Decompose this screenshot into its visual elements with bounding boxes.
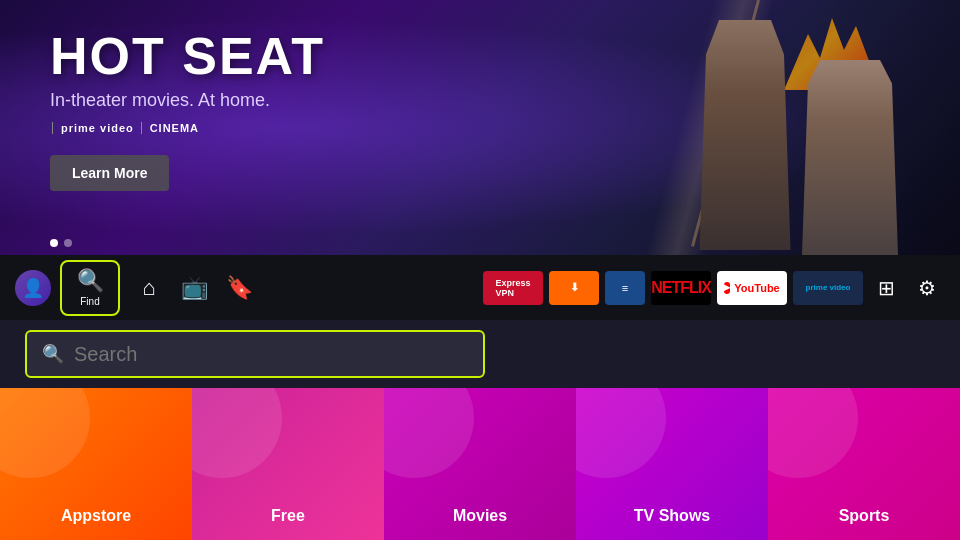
dot-1[interactable] [50, 239, 58, 247]
hero-title: HOT SEAT [50, 30, 325, 82]
find-icon: 🔍 [77, 268, 104, 294]
youtube-shortcut[interactable]: ▶ YouTube [717, 271, 787, 305]
search-bar: 🔍 [25, 330, 485, 378]
category-tvshows[interactable]: TV Shows [576, 388, 768, 540]
appstore-label: Appstore [61, 507, 131, 525]
find-label: Find [80, 296, 99, 307]
avatar[interactable]: 👤 [15, 270, 51, 306]
settings-button[interactable]: ⚙ [909, 270, 945, 306]
hero-subtitle: In-theater movies. At home. [50, 90, 325, 111]
grid-button[interactable]: ⊞ [868, 270, 904, 306]
app-blue-label: ≡ [622, 282, 628, 294]
prime-video-brand: prime video CINEMA [50, 119, 199, 135]
expressvpn-label: ExpressVPN [495, 278, 530, 298]
dot-2[interactable] [64, 239, 72, 247]
hero-content: HOT SEAT In-theater movies. At home. pri… [50, 30, 325, 191]
tv-button[interactable]: 📺 [174, 268, 214, 308]
avatar-icon: 👤 [22, 277, 44, 299]
sports-label: Sports [839, 507, 890, 525]
search-icon: 🔍 [42, 343, 64, 365]
carousel-dots [50, 239, 72, 247]
youtube-play-icon: ▶ [724, 282, 730, 294]
app-shortcuts: ExpressVPN ⬇ ≡ NETFLIX ▶ YouTube prime v… [483, 271, 863, 305]
netflix-shortcut[interactable]: NETFLIX [651, 271, 711, 305]
home-icon: ⌂ [142, 275, 155, 301]
prime-video-shortcut[interactable]: prime video [793, 271, 863, 305]
hero-banner: HOT SEAT In-theater movies. At home. pri… [0, 0, 960, 255]
expressvpn-shortcut[interactable]: ExpressVPN [483, 271, 543, 305]
youtube-label: YouTube [734, 282, 779, 294]
prime-video-label: prime video [806, 283, 851, 293]
bookmark-icon: 🔖 [226, 275, 253, 301]
category-free[interactable]: Free [192, 388, 384, 540]
netflix-label: NETFLIX [651, 279, 711, 297]
learn-more-button[interactable]: Learn More [50, 155, 169, 191]
category-sports[interactable]: Sports [768, 388, 960, 540]
character-2 [790, 60, 910, 255]
category-appstore[interactable]: Appstore [0, 388, 192, 540]
tvshows-label: TV Shows [634, 507, 710, 525]
category-movies[interactable]: Movies [384, 388, 576, 540]
downloader-shortcut[interactable]: ⬇ [549, 271, 599, 305]
find-button[interactable]: 🔍 Find [60, 260, 120, 316]
search-input[interactable] [74, 343, 468, 366]
movies-label: Movies [453, 507, 507, 525]
search-section: 🔍 [0, 320, 960, 388]
free-label: Free [271, 507, 305, 525]
categories-row: Appstore Free Movies TV Shows Sports [0, 388, 960, 540]
nav-bar: 👤 🔍 Find ⌂ 📺 🔖 ExpressVPN ⬇ ≡ NETFLIX ▶ … [0, 255, 960, 320]
hero-image-area [460, 0, 960, 255]
app-blue-shortcut[interactable]: ≡ [605, 271, 645, 305]
home-button[interactable]: ⌂ [129, 268, 169, 308]
hero-brand: prime video CINEMA [50, 119, 325, 135]
settings-icon: ⚙ [918, 276, 936, 300]
bookmark-button[interactable]: 🔖 [219, 268, 259, 308]
downloader-icon: ⬇ [570, 281, 579, 294]
grid-icon: ⊞ [878, 276, 895, 300]
tv-icon: 📺 [181, 275, 208, 301]
